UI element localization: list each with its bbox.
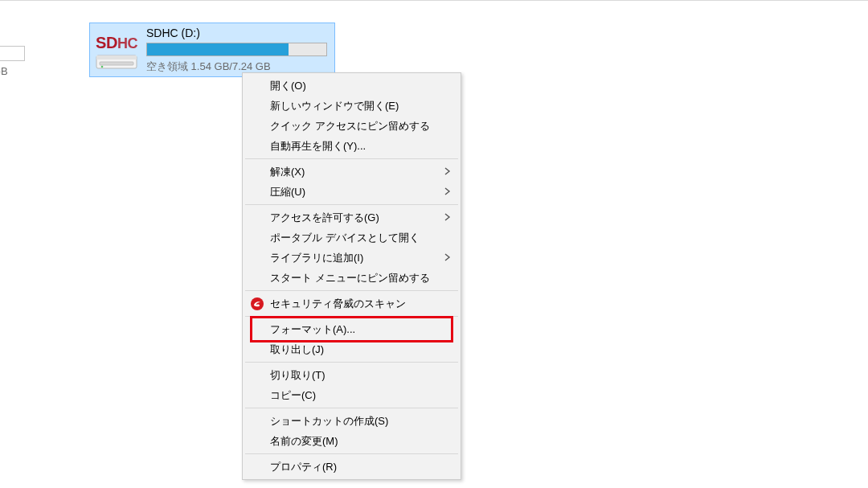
optical-drive-icon	[96, 51, 137, 72]
drive-icon: SDHC	[93, 25, 140, 72]
partial-drive-tile[interactable]: GB	[0, 24, 26, 82]
chevron-right-icon	[444, 187, 451, 197]
drive-tile-sdhc[interactable]: SDHC SDHC (D:) 空き領域 1.54 GB/7.24 GB	[89, 23, 335, 77]
menu-item-8[interactable]: ライブラリに追加(I)	[244, 248, 459, 268]
menu-item-3[interactable]: 自動再生を開く(Y)...	[244, 136, 459, 156]
menu-separator	[245, 290, 458, 291]
svg-rect-2	[100, 62, 133, 65]
menu-item-label: セキュリティ脅威のスキャン	[270, 297, 406, 311]
menu-separator	[245, 316, 458, 317]
svg-point-3	[101, 66, 104, 68]
menu-item-label: コピー(C)	[270, 388, 316, 403]
menu-item-16[interactable]: 名前の変更(M)	[244, 431, 459, 451]
menu-item-17[interactable]: プロパティ(R)	[244, 457, 459, 477]
menu-item-label: フォーマット(A)...	[270, 322, 355, 337]
menu-item-label: 取り出し(J)	[270, 342, 324, 357]
sdhc-label-text: SDHC	[96, 34, 137, 52]
menu-item-15[interactable]: ショートカットの作成(S)	[244, 411, 459, 431]
menu-item-label: スタート メニューにピン留めする	[270, 271, 430, 285]
content-top-border	[0, 0, 868, 1]
partial-capacity-bar	[0, 46, 25, 61]
chevron-right-icon	[444, 253, 451, 263]
menu-separator	[245, 453, 458, 454]
menu-item-label: 圧縮(U)	[270, 185, 305, 199]
menu-separator	[245, 362, 458, 363]
menu-item-label: ポータブル デバイスとして開く	[270, 231, 420, 245]
menu-item-label: 開く(O)	[270, 79, 306, 93]
menu-item-12[interactable]: 取り出し(J)	[244, 339, 459, 359]
svg-rect-1	[96, 55, 137, 59]
context-menu: 開く(O)新しいウィンドウで開く(E)クイック アクセスにピン留めする自動再生を…	[242, 72, 461, 480]
menu-item-7[interactable]: ポータブル デバイスとして開く	[244, 228, 459, 248]
menu-item-label: 切り取り(T)	[270, 368, 326, 383]
menu-item-label: 自動再生を開く(Y)...	[270, 139, 366, 154]
menu-item-0[interactable]: 開く(O)	[244, 76, 459, 96]
menu-separator	[245, 408, 458, 408]
menu-item-label: 名前の変更(M)	[270, 434, 338, 449]
menu-item-9[interactable]: スタート メニューにピン留めする	[244, 268, 459, 288]
partial-free-label: GB	[0, 65, 25, 77]
chevron-right-icon	[444, 213, 451, 223]
menu-item-label: 新しいウィンドウで開く(E)	[270, 99, 399, 113]
menu-item-4[interactable]: 解凍(X)	[244, 162, 459, 182]
menu-item-5[interactable]: 圧縮(U)	[244, 182, 459, 202]
menu-item-2[interactable]: クイック アクセスにピン留めする	[244, 116, 459, 136]
drive-name: SDHC (D:)	[146, 27, 328, 39]
drive-info: SDHC (D:) 空き領域 1.54 GB/7.24 GB	[146, 25, 328, 74]
menu-item-14[interactable]: コピー(C)	[244, 385, 459, 405]
menu-item-label: クイック アクセスにピン留めする	[270, 119, 430, 133]
capacity-bar	[146, 43, 327, 56]
capacity-fill	[147, 43, 289, 55]
menu-item-label: アクセスを許可する(G)	[270, 211, 379, 225]
trend-micro-icon	[250, 297, 264, 311]
menu-item-6[interactable]: アクセスを許可する(G)	[244, 207, 459, 228]
menu-item-1[interactable]: 新しいウィンドウで開く(E)	[244, 96, 459, 116]
menu-item-13[interactable]: 切り取り(T)	[244, 365, 459, 385]
menu-item-label: ショートカットの作成(S)	[270, 414, 388, 429]
menu-item-label: プロパティ(R)	[270, 460, 337, 474]
svg-point-4	[251, 297, 264, 310]
menu-item-10[interactable]: セキュリティ脅威のスキャン	[244, 293, 459, 314]
menu-item-11[interactable]: フォーマット(A)...	[244, 319, 459, 339]
menu-item-label: 解凍(X)	[270, 165, 305, 179]
menu-item-label: ライブラリに追加(I)	[270, 251, 363, 265]
menu-separator	[245, 204, 458, 205]
chevron-right-icon	[444, 167, 451, 177]
menu-separator	[245, 158, 458, 159]
